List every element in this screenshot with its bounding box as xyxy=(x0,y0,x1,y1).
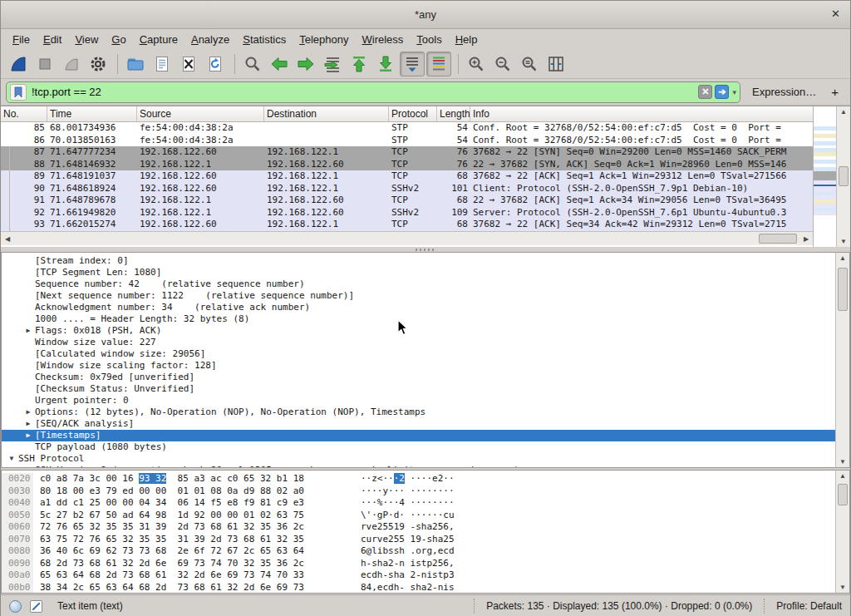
hex-bytes[interactable]: 68 2d 73 68 61 32 2d 6e 69 73 74 70 32 3… xyxy=(40,558,304,570)
hex-bytes[interactable]: 80 18 00 e3 79 ed 00 00 01 01 08 0a d9 8… xyxy=(40,485,304,498)
resize-columns-icon[interactable] xyxy=(544,52,568,76)
hex-row[interactable]: 00b038 34 2c 65 63 64 68 2d 73 68 61 32 … xyxy=(2,582,835,594)
detail-line[interactable]: [Checksum Status: Unverified] xyxy=(2,383,835,395)
hex-bytes[interactable]: c0 a8 7a 3c 00 16 93 32 85 a3 ac c0 65 3… xyxy=(40,473,304,485)
clear-filter-icon[interactable]: ✕ xyxy=(698,85,712,99)
column-header-protocol[interactable]: Protocol xyxy=(389,106,437,121)
packet-row[interactable]: 8670.013850163fe:54:00:d4:38:2aSTP54Conf… xyxy=(1,135,813,147)
capture-options-icon[interactable] xyxy=(86,52,111,76)
stop-capture-icon[interactable] xyxy=(32,52,57,76)
hex-row[interactable]: 00a065 63 64 68 2d 73 68 61 32 2d 6e 69 … xyxy=(2,569,835,582)
profile-status[interactable]: Profile: Default xyxy=(764,599,850,614)
open-file-icon[interactable] xyxy=(123,52,148,76)
bytes-scroll-thumb[interactable] xyxy=(838,484,848,505)
detail-line[interactable]: [Next sequence number: 1122 (relative se… xyxy=(2,290,835,302)
go-back-icon[interactable] xyxy=(267,52,292,76)
go-last-icon[interactable] xyxy=(373,52,398,76)
packet-row[interactable]: 8971.648191037192.168.122.60192.168.122.… xyxy=(1,170,813,183)
packet-row[interactable]: 8771.647777234192.168.122.60192.168.122.… xyxy=(1,146,813,159)
hex-ascii[interactable]: curve255 19-sha25 xyxy=(361,534,455,546)
menu-tools[interactable]: Tools xyxy=(410,32,448,47)
scroll-right-icon[interactable]: ▶ xyxy=(799,235,813,243)
scroll-down-icon[interactable]: ▼ xyxy=(837,238,850,245)
menu-analyze[interactable]: Analyze xyxy=(184,32,236,47)
filter-text[interactable]: !tcp.port == 22 xyxy=(32,86,696,98)
column-header-source[interactable]: Source xyxy=(137,106,264,121)
packet-row[interactable]: 8568.001734936fe:54:00:d4:38:2aSTP54Conf… xyxy=(1,122,813,135)
menu-wireless[interactable]: Wireless xyxy=(356,32,411,47)
go-forward-icon[interactable] xyxy=(293,52,318,76)
column-header-time[interactable]: Time xyxy=(47,106,137,121)
close-icon[interactable]: ✕ xyxy=(831,7,840,20)
capture-comment-icon[interactable] xyxy=(30,600,42,613)
scroll-down-icon[interactable]: ▼ xyxy=(836,458,849,466)
apply-filter-icon[interactable]: ➔ xyxy=(715,85,729,99)
menu-telephony[interactable]: Telephony xyxy=(293,32,355,47)
expander-closed-icon[interactable]: ▶ xyxy=(22,407,35,418)
filter-input[interactable]: !tcp.port == 22 ✕ ➔ ▾ xyxy=(6,81,740,103)
hex-ascii[interactable]: rve25519 -sha256, xyxy=(361,521,455,534)
detail-line[interactable]: Sequence number: 42 (relative sequence n… xyxy=(2,278,835,290)
close-file-icon[interactable] xyxy=(176,52,201,76)
hex-row[interactable]: 0040a1 dd c1 25 00 00 04 34 06 14 f5 e8 … xyxy=(2,497,835,510)
hex-ascii[interactable]: ····y··· ········ xyxy=(361,485,455,498)
bytes-scrollbar[interactable]: ▲ ▼ xyxy=(835,471,849,593)
packet-row[interactable]: 9371.662015274192.168.122.60192.168.122.… xyxy=(1,219,813,231)
details-scrollbar[interactable]: ▲ ▼ xyxy=(835,253,849,467)
menu-help[interactable]: Help xyxy=(449,32,485,47)
hex-row[interactable]: 007063 75 72 76 65 32 35 35 31 39 2d 73 … xyxy=(2,534,835,546)
menu-file[interactable]: File xyxy=(6,32,37,47)
hex-ascii[interactable]: h-sha2-n istp256, xyxy=(361,558,455,570)
detail-line[interactable]: ▶[Timestamps] xyxy=(2,430,835,441)
detail-line[interactable]: 1000 .... = Header Length: 32 bytes (8) xyxy=(2,313,835,325)
detail-line[interactable]: ▶Flags: 0x018 (PSH, ACK) xyxy=(2,325,835,337)
hex-ascii[interactable]: \'·gP·d· ······cu xyxy=(361,510,455,522)
menu-edit[interactable]: Edit xyxy=(37,32,68,47)
packet-row[interactable]: 8871.648146932192.168.122.1192.168.122.6… xyxy=(1,159,813,171)
detail-line[interactable]: ▶Options: (12 bytes), No-Operation (NOP)… xyxy=(2,407,835,418)
packet-row[interactable]: 9071.648618924192.168.122.60192.168.122.… xyxy=(1,183,813,195)
hex-bytes[interactable]: 72 76 65 32 35 35 31 39 2d 73 68 61 32 3… xyxy=(40,521,304,534)
hex-row[interactable]: 003080 18 00 e3 79 ed 00 00 01 01 08 0a … xyxy=(2,485,835,498)
scroll-down-icon[interactable]: ▼ xyxy=(836,584,849,591)
hex-bytes[interactable]: 5c 27 b2 67 50 ad 64 98 1d 92 00 00 01 0… xyxy=(40,510,304,522)
expander-closed-icon[interactable]: ▶ xyxy=(22,465,35,467)
column-header-no[interactable]: No. xyxy=(1,106,47,121)
hex-ascii[interactable]: 84,ecdh- sha2-nis xyxy=(361,582,455,594)
detail-line[interactable]: Acknowledgment number: 34 (relative ack … xyxy=(2,302,835,313)
detail-line[interactable]: [Calculated window size: 29056] xyxy=(2,348,835,360)
colorize-icon[interactable] xyxy=(426,52,451,76)
expert-info-icon[interactable] xyxy=(9,600,22,613)
detail-line[interactable]: Window size value: 227 xyxy=(2,337,835,348)
hex-bytes[interactable]: a1 dd c1 25 00 00 04 34 06 14 f5 e8 f9 8… xyxy=(40,497,304,510)
expression-button[interactable]: Expression… xyxy=(752,86,816,98)
menu-statistics[interactable]: Statistics xyxy=(236,32,293,47)
scroll-up-icon[interactable]: ▲ xyxy=(836,254,849,262)
find-packet-icon[interactable] xyxy=(240,52,265,76)
start-capture-icon[interactable] xyxy=(6,52,31,76)
detail-line[interactable]: ▼SSH Protocol xyxy=(2,453,835,465)
save-file-icon[interactable] xyxy=(150,52,175,76)
go-to-packet-icon[interactable] xyxy=(320,52,345,76)
auto-scroll-icon[interactable] xyxy=(400,52,425,76)
hex-bytes[interactable]: 63 75 72 76 65 32 35 35 31 39 2d 73 68 6… xyxy=(40,534,304,546)
scroll-left-icon[interactable]: ◀ xyxy=(1,235,14,243)
zoom-out-icon[interactable] xyxy=(490,52,515,76)
hex-bytes[interactable]: 38 34 2c 65 63 64 68 2d 73 68 61 32 2d 6… xyxy=(40,582,304,594)
packet-list-scrollbar[interactable]: ▲ ▼ xyxy=(836,106,850,247)
menu-capture[interactable]: Capture xyxy=(133,32,184,47)
zoom-in-icon[interactable] xyxy=(464,52,489,76)
hscroll-thumb[interactable] xyxy=(759,234,797,244)
detail-line[interactable]: ▶SSH Version 2 (encryption:chacha20-poly… xyxy=(2,465,835,467)
column-header-destination[interactable]: Destination xyxy=(264,106,389,121)
expander-open-icon[interactable]: ▼ xyxy=(5,453,18,465)
column-header-length[interactable]: Length xyxy=(437,106,470,121)
details-scroll-thumb[interactable] xyxy=(838,268,848,311)
detail-line[interactable]: Checksum: 0x79ed [unverified] xyxy=(2,372,835,383)
hex-row[interactable]: 0020c0 a8 7a 3c 00 16 93 32 85 a3 ac c0 … xyxy=(2,473,835,485)
zoom-original-icon[interactable] xyxy=(517,52,542,76)
go-first-icon[interactable] xyxy=(347,52,371,76)
expander-closed-icon[interactable]: ▶ xyxy=(22,418,35,430)
hex-row[interactable]: 009068 2d 73 68 61 32 2d 6e 69 73 74 70 … xyxy=(2,558,835,570)
packet-row[interactable]: 9171.648789678192.168.122.1192.168.122.6… xyxy=(1,195,813,207)
